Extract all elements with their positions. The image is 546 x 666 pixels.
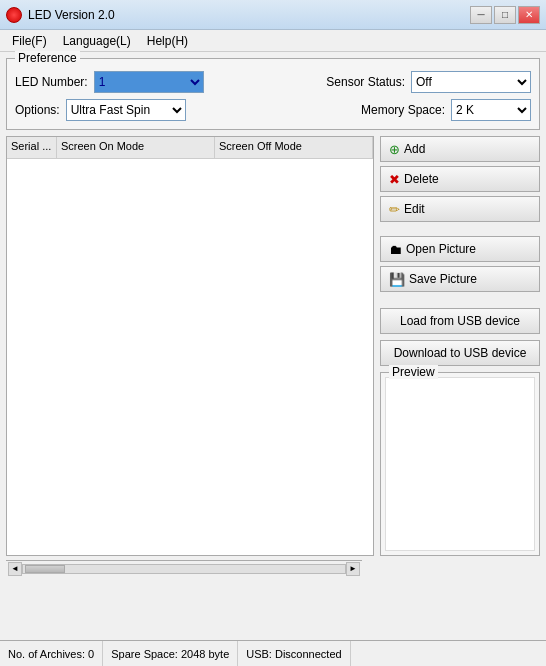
separator-1 <box>380 226 540 232</box>
delete-button[interactable]: ✖ Delete <box>380 166 540 192</box>
scrollbar-area: ◄ ► <box>6 560 362 576</box>
app-title: LED Version 2.0 <box>28 8 115 22</box>
sensor-row: Sensor Status: Off On <box>326 71 531 93</box>
menu-language[interactable]: Language(L) <box>55 32 139 50</box>
close-button[interactable]: ✕ <box>518 6 540 24</box>
usb-status: USB: Disconnected <box>238 641 350 666</box>
menu-file[interactable]: File(F) <box>4 32 55 50</box>
edit-button[interactable]: ✏ Edit <box>380 196 540 222</box>
table-area: Serial ... Screen On Mode Screen Off Mod… <box>6 136 374 556</box>
load-usb-button[interactable]: Load from USB device <box>380 308 540 334</box>
delete-icon: ✖ <box>389 172 400 187</box>
save-picture-button[interactable]: 💾 Save Picture <box>380 266 540 292</box>
scroll-right-button[interactable]: ► <box>346 562 360 576</box>
scroll-left-button[interactable]: ◄ <box>8 562 22 576</box>
sensor-status-select[interactable]: Off On <box>411 71 531 93</box>
preview-content <box>385 377 535 551</box>
preference-group: Preference LED Number: 1 Sensor Status: … <box>6 58 540 130</box>
archives-status: No. of Archives: 0 <box>0 641 103 666</box>
table-header: Serial ... Screen On Mode Screen Off Mod… <box>7 137 373 159</box>
edit-icon: ✏ <box>389 202 400 217</box>
pref-row-1: LED Number: 1 Sensor Status: Off On <box>15 71 531 93</box>
memory-space-label: Memory Space: <box>361 103 445 117</box>
content-area: Serial ... Screen On Mode Screen Off Mod… <box>6 136 540 556</box>
led-number-select[interactable]: 1 <box>94 71 204 93</box>
spare-space-status: Spare Space: 2048 byte <box>103 641 238 666</box>
col-serial: Serial ... <box>7 137 57 158</box>
sidebar: ⊕ Add ✖ Delete ✏ Edit 🖿 Open Picture 💾 S… <box>380 136 540 556</box>
maximize-button[interactable]: □ <box>494 6 516 24</box>
preview-label: Preview <box>389 365 438 379</box>
app-icon <box>6 7 22 23</box>
menu-bar: File(F) Language(L) Help(H) <box>0 30 546 52</box>
memory-row: Memory Space: 2 K 4 K 8 K <box>361 99 531 121</box>
title-bar-left: LED Version 2.0 <box>6 7 115 23</box>
title-bar: LED Version 2.0 ─ □ ✕ <box>0 0 546 30</box>
options-select[interactable]: Ultra Fast Spin Fast Spin Normal Spin Sl… <box>66 99 186 121</box>
separator-2 <box>380 296 540 302</box>
download-usb-button[interactable]: Download to USB device <box>380 340 540 366</box>
sensor-status-label: Sensor Status: <box>326 75 405 89</box>
pref-row-2: Options: Ultra Fast Spin Fast Spin Norma… <box>15 99 531 121</box>
minimize-button[interactable]: ─ <box>470 6 492 24</box>
add-icon: ⊕ <box>389 142 400 157</box>
col-off-mode: Screen Off Mode <box>215 137 373 158</box>
preview-group: Preview <box>380 372 540 556</box>
add-button[interactable]: ⊕ Add <box>380 136 540 162</box>
scrollbar-thumb[interactable] <box>25 565 65 573</box>
save-picture-icon: 💾 <box>389 272 405 287</box>
preference-label: Preference <box>15 51 80 65</box>
open-picture-button[interactable]: 🖿 Open Picture <box>380 236 540 262</box>
menu-help[interactable]: Help(H) <box>139 32 196 50</box>
led-number-label: LED Number: <box>15 75 88 89</box>
col-on-mode: Screen On Mode <box>57 137 215 158</box>
table-body[interactable] <box>7 159 373 555</box>
memory-space-select[interactable]: 2 K 4 K 8 K <box>451 99 531 121</box>
main-content: Preference LED Number: 1 Sensor Status: … <box>0 52 546 640</box>
open-picture-icon: 🖿 <box>389 242 402 257</box>
status-bar: No. of Archives: 0 Spare Space: 2048 byt… <box>0 640 546 666</box>
scrollbar-track[interactable] <box>22 564 346 574</box>
options-label: Options: <box>15 103 60 117</box>
title-controls: ─ □ ✕ <box>470 6 540 24</box>
